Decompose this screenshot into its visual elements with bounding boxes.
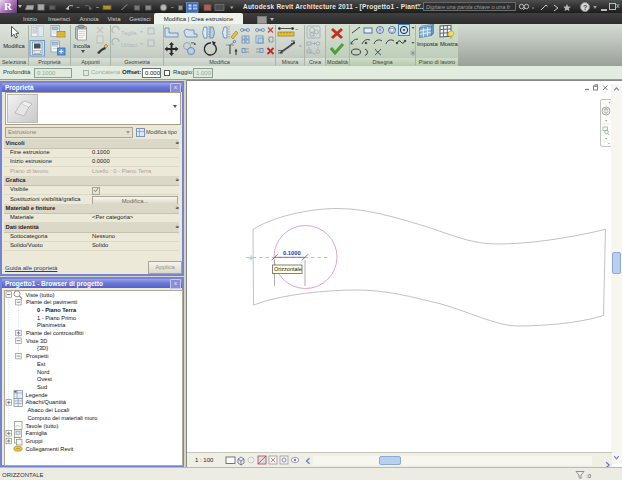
svg-text::0: :0 — [586, 473, 592, 479]
svg-text:Imposta: Imposta — [417, 41, 438, 47]
svg-text:Orizzontale: Orizzontale — [274, 266, 302, 272]
svg-text:Modifica: Modifica — [3, 43, 25, 49]
svg-text:0.1000: 0.1000 — [283, 250, 301, 256]
svg-text:Unisci: Unisci — [121, 42, 137, 48]
svg-text:Incolla: Incolla — [73, 43, 91, 49]
svg-text:?: ? — [583, 4, 587, 11]
svg-text:Taglia: Taglia — [121, 30, 137, 36]
svg-text:Mostra: Mostra — [440, 41, 458, 47]
